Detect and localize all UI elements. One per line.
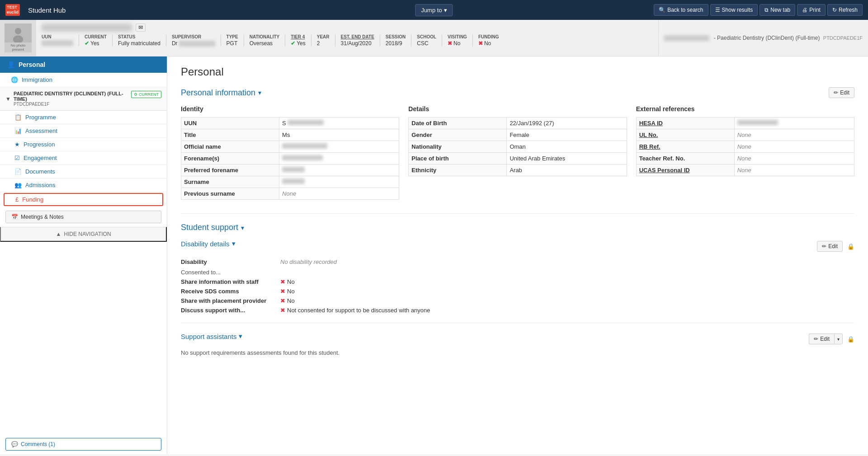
jump-to-button[interactable]: Jump to	[415, 4, 453, 16]
logo[interactable]: TEST euclid	[5, 4, 21, 16]
refresh-button[interactable]: ↻ Refresh	[827, 4, 863, 16]
official-name-blurred	[282, 143, 327, 149]
current-badge: ⚙ CURRENT	[131, 91, 161, 98]
sidebar-item-engagement[interactable]: ☑ Engagement	[0, 151, 167, 165]
disability-row: Disability No disability recorded	[181, 259, 854, 265]
refresh-icon: ↻	[832, 7, 837, 13]
hide-navigation-button[interactable]: ▲ HIDE NAVIGATION	[0, 227, 167, 242]
table-row: Title Ms	[181, 129, 399, 141]
sidebar-item-immigration[interactable]: 🌐 Immigration	[0, 73, 167, 87]
sidebar-item-progression[interactable]: ★ Progression	[0, 138, 167, 151]
new-tab-icon: ⧉	[764, 7, 769, 13]
personal-info-title[interactable]: Personal information	[181, 88, 261, 98]
meta-school: SCHOOL CSC	[417, 34, 442, 47]
documents-icon: 📄	[14, 168, 22, 175]
table-row: UUN S	[181, 118, 399, 129]
details-heading: Details	[408, 105, 627, 113]
support-edit-dropdown[interactable]: ▾	[834, 334, 843, 344]
surname-label: Surname	[181, 176, 279, 188]
support-edit-button[interactable]: ✏ Edit	[809, 334, 834, 344]
personal-info-edit-button[interactable]: ✏ Edit	[829, 87, 854, 98]
tier4-check: ✔	[291, 40, 295, 47]
sidebar-item-documents[interactable]: 📄 Documents	[0, 165, 167, 179]
pencil-icon: ✏	[814, 336, 818, 342]
table-row: Official name	[181, 141, 399, 153]
placement-cross: ✖	[280, 297, 285, 304]
student-support-title[interactable]: Student support	[181, 223, 244, 232]
session-label: SESSION	[386, 34, 406, 39]
sidebar-program-name: PAEDIATRIC DENTISTRY (DCLINDENT) (FULL-T…	[14, 91, 131, 102]
disability-edit-button[interactable]: ✏ Edit	[817, 241, 843, 252]
funding-cross: ✖	[478, 40, 483, 47]
sidebar-item-funding[interactable]: £ Funding	[4, 193, 163, 206]
table-row: HESA ID	[636, 118, 854, 129]
official-name-value	[279, 141, 399, 153]
ucas-value: None	[734, 165, 854, 176]
tier4-label: TIER 4	[291, 34, 306, 39]
funding-icon: £	[15, 196, 19, 203]
meta-supervisor: SUPERVISOR Dr	[172, 34, 221, 47]
meta-status: STATUS Fully matriculated	[118, 34, 166, 47]
disability-details-title[interactable]: Disability details	[181, 240, 236, 248]
meta-funding: FUNDING ✖No	[478, 34, 505, 47]
lock-icon: 🔒	[847, 243, 854, 250]
meta-current: CURRENT ✔Yes	[85, 34, 113, 47]
sidebar-item-assessment[interactable]: 📊 Assessment	[0, 124, 167, 138]
comments-button[interactable]: 💬 Comments (1)	[5, 438, 161, 451]
back-to-search-button[interactable]: 🔍 Back to search	[654, 4, 708, 16]
print-icon: 🖨	[802, 7, 807, 13]
sidebar-personal[interactable]: 👤 Personal	[0, 56, 167, 73]
hesa-id-value	[734, 118, 854, 129]
student-name: ✉	[42, 24, 653, 32]
surname-value	[279, 176, 399, 188]
hesa-id-blurred	[737, 120, 778, 125]
meta-type: TYPE PGT	[226, 34, 244, 47]
sidebar-item-programme[interactable]: 📋 Programme	[0, 111, 167, 124]
current-check: ✔	[85, 40, 89, 47]
visiting-label: VISITING	[448, 34, 467, 39]
student-name-blurred	[42, 24, 132, 32]
table-row: UL No. None	[636, 129, 854, 141]
pencil-icon: ✏	[834, 89, 838, 96]
photo-area: No photo present	[0, 20, 36, 56]
ucas-label: UCAS Personal ID	[636, 165, 734, 176]
table-row: Place of birth United Arab Emirates	[409, 153, 627, 165]
support-note: No support requirements assessments foun…	[181, 349, 854, 356]
comment-icon: 💬	[11, 441, 18, 447]
photo-text: No photo present	[5, 42, 32, 52]
identity-table: UUN S Title Ms Official name	[181, 117, 399, 200]
meta-uun: UUN	[42, 34, 79, 46]
table-row: UCAS Personal ID None	[636, 165, 854, 176]
list-icon: 📋	[14, 114, 22, 121]
print-button[interactable]: 🖨 Print	[797, 4, 826, 16]
external-refs-table: HESA ID UL No. None RB Ref. None	[636, 117, 854, 176]
surname-blurred	[282, 179, 305, 184]
status-value: Fully matriculated	[118, 40, 160, 47]
student-support-chevron	[241, 224, 244, 231]
chevron-down-icon	[444, 7, 447, 14]
ul-no-label: UL No.	[636, 129, 734, 141]
meetings-notes-button[interactable]: 📅 Meetings & Notes	[5, 211, 161, 223]
student-photo: No photo present	[5, 24, 32, 52]
new-tab-button[interactable]: ⧉ New tab	[760, 4, 795, 16]
email-icon-group[interactable]: ✉	[136, 24, 146, 32]
sidebar-item-admissions[interactable]: 👥 Admissions	[0, 179, 167, 192]
collapse-icon[interactable]: ▼	[5, 96, 11, 102]
type-value: PGT	[226, 40, 238, 47]
consented-label: Consented to...	[181, 269, 854, 276]
sidebar-program-code: PTDCDPAEDE1F	[14, 102, 131, 107]
identity-column: Identity UUN S Title Ms Official	[181, 105, 399, 200]
gender-label: Gender	[409, 129, 507, 141]
title-label: Title	[181, 129, 279, 141]
table-row: Previous surname None	[181, 188, 399, 200]
sds-comms-row: Receive SDS comms ✖No	[181, 288, 854, 295]
support-assistants-title[interactable]: Support assistants	[181, 332, 242, 340]
table-row: RB Ref. None	[636, 141, 854, 153]
ethnicity-label: Ethnicity	[409, 165, 507, 176]
forenames-label: Forename(s)	[181, 153, 279, 165]
student-details: ✉ UUN CURRENT ✔Yes STATUS Fully matricul…	[36, 20, 658, 56]
previous-surname-label: Previous surname	[181, 188, 279, 200]
pencil-icon: ✏	[822, 243, 826, 249]
uun-label: UUN	[181, 118, 279, 129]
show-results-button[interactable]: ☰ Show results	[710, 4, 758, 16]
